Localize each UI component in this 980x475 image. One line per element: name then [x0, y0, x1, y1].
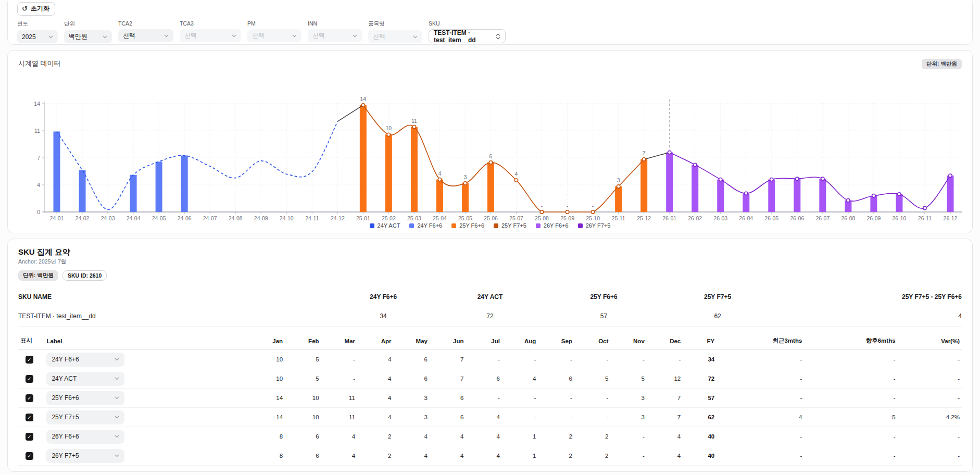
row-label-select[interactable]: 25Y F7+5 — [46, 410, 124, 424]
sku-table-header: 24Y ACT — [435, 289, 544, 306]
monthly-header-Dec: Dec — [647, 334, 683, 350]
bar-25Y-F6+6 — [436, 180, 443, 212]
marker-25Y-F7+5 — [514, 179, 518, 182]
month-value-cell: 14 — [249, 408, 285, 427]
row-checkbox[interactable]: ✓ — [26, 394, 33, 402]
x-tick-label: 26-06 — [790, 215, 804, 221]
filter-label: INN — [308, 20, 362, 27]
row-checkbox[interactable]: ✓ — [26, 414, 33, 421]
year-connector — [337, 105, 363, 121]
marker-26Y-F7+5 — [898, 193, 901, 196]
year-connector — [644, 153, 670, 159]
row-label-select[interactable]: 26Y F6+6 — [46, 430, 124, 444]
month-value-cell: 4 — [357, 350, 393, 369]
row-checkbox[interactable]: ✓ — [26, 433, 33, 441]
x-tick-label: 26-08 — [841, 215, 855, 221]
row-label-select[interactable]: 25Y F6+6 — [46, 391, 124, 405]
reset-icon: ↺ — [22, 5, 28, 12]
filter-select-TCA3: 선택 — [180, 29, 241, 42]
marker-26Y-F7+5 — [847, 199, 850, 202]
month-value-cell: 14 — [249, 389, 285, 408]
legend-label: 24Y ACT — [378, 222, 400, 229]
row-label-select[interactable]: 24Y F6+6 — [46, 353, 124, 367]
reset-button-label: 초기화 — [31, 4, 49, 13]
monthly-values-table: 표시LabelJanFebMarAprMayJunJulAugSepOctNov… — [18, 334, 962, 466]
month-value-cell: 10 — [285, 389, 321, 408]
y-tick-label: 14 — [34, 101, 40, 107]
month-value-cell: - — [321, 369, 357, 389]
label-cell: 26Y F7+5 — [44, 446, 248, 466]
chevron-down-icon — [115, 416, 119, 419]
data-label: 14 — [360, 96, 366, 102]
recent3-cell: - — [717, 369, 804, 389]
x-tick-label: 25-03 — [407, 215, 421, 221]
chevron-down-icon — [115, 435, 119, 438]
month-value-cell: - — [610, 427, 646, 446]
sku-value-cell: 57 — [545, 306, 663, 327]
month-value-cell: - — [502, 408, 538, 427]
data-label: 11 — [411, 118, 417, 124]
month-value-cell: 4 — [430, 446, 466, 466]
month-value-cell: 4 — [357, 369, 393, 389]
month-value-cell: 10 — [285, 408, 321, 427]
row-label-select[interactable]: 24Y ACT — [46, 372, 124, 386]
filter-select-품목명: 선택 — [368, 30, 422, 43]
recent3-cell: - — [717, 446, 804, 466]
legend-item-26Y-F7+5[interactable]: 26Y F7+5 — [578, 222, 611, 229]
filter-label: 단위 — [64, 20, 112, 28]
monthly-header-Sep: Sep — [538, 334, 574, 350]
legend-item-25Y-F6+6[interactable]: 25Y F6+6 — [451, 222, 484, 229]
row-label-select[interactable]: 26Y F7+5 — [46, 449, 124, 463]
bar-25Y-F6+6 — [411, 127, 418, 212]
x-tick-label: 25-09 — [560, 215, 574, 221]
row-checkbox[interactable]: ✓ — [26, 375, 33, 383]
summary-anchor-note: Anchor: 2025년 7월 — [18, 258, 962, 266]
next6-cell: - — [804, 389, 897, 408]
chevron-down-icon — [413, 35, 418, 39]
legend-item-26Y-F6+6[interactable]: 26Y F6+6 — [536, 222, 569, 229]
row-checkbox[interactable]: ✓ — [26, 452, 33, 460]
monthly-header-Label: Label — [44, 334, 248, 350]
legend-item-25Y-F7+5[interactable]: 25Y F7+5 — [494, 222, 526, 229]
row-checkbox[interactable]: ✓ — [26, 356, 33, 364]
filter-label: PM — [247, 20, 301, 27]
line-24Y-ACT — [57, 121, 337, 209]
checkbox-cell: ✓ — [18, 408, 44, 427]
row-label-value: 25Y F6+6 — [52, 394, 79, 402]
month-value-cell: 2 — [538, 446, 574, 466]
bar-24Y-F6+6 — [156, 161, 162, 212]
legend-item-24Y-ACT[interactable]: 24Y ACT — [370, 222, 400, 229]
filter-select-연도[interactable]: 2025 — [17, 30, 58, 43]
reset-button[interactable]: ↺ 초기화 — [17, 2, 55, 16]
month-value-cell: 7 — [647, 389, 683, 408]
filter-select-단위[interactable]: 백만원 — [64, 30, 112, 43]
next6-cell: - — [804, 350, 897, 369]
legend-label: 25Y F6+6 — [459, 222, 484, 229]
monthly-header-최근3mths: 최근3mths — [717, 334, 804, 350]
sku-aggregate-table: SKU NAME24Y F6+624Y ACT25Y F6+625Y F7+52… — [18, 289, 962, 327]
filter-group-INN: INN선택 — [308, 20, 362, 43]
chevron-down-icon — [115, 377, 119, 380]
checkbox-cell: ✓ — [18, 350, 44, 369]
sku-combobox[interactable]: TEST-ITEM · test_item__dd — [429, 29, 506, 43]
checkbox-cell: ✓ — [18, 427, 44, 446]
data-label: 10 — [386, 125, 392, 131]
chevron-down-icon — [48, 35, 53, 39]
filter-select-TCA2[interactable]: 선택 — [118, 29, 173, 42]
monthly-header-Aug: Aug — [502, 334, 538, 350]
legend-item-24Y-F6+6[interactable]: 24Y F6+6 — [409, 222, 442, 229]
marker-25Y-F7+5 — [642, 158, 645, 161]
month-value-cell: 5 — [610, 369, 646, 389]
summary-badges: 단위: 백만원SKU ID: 2610 — [18, 270, 962, 281]
y-tick-label: 7 — [37, 155, 40, 161]
x-tick-label: 24-06 — [178, 215, 192, 221]
legend-swatch — [494, 223, 498, 228]
month-value-cell: 2 — [574, 427, 610, 446]
fy-cell: 62 — [683, 408, 717, 427]
sku-table-header: 25Y F7+5 - 25Y F6+6 — [772, 289, 962, 306]
month-value-cell: 4 — [466, 446, 501, 466]
marker-25Y-F7+5 — [489, 161, 492, 164]
sku-value-cell: 62 — [663, 306, 772, 327]
month-value-cell: 7 — [430, 350, 466, 369]
month-value-cell: 5 — [285, 369, 321, 389]
